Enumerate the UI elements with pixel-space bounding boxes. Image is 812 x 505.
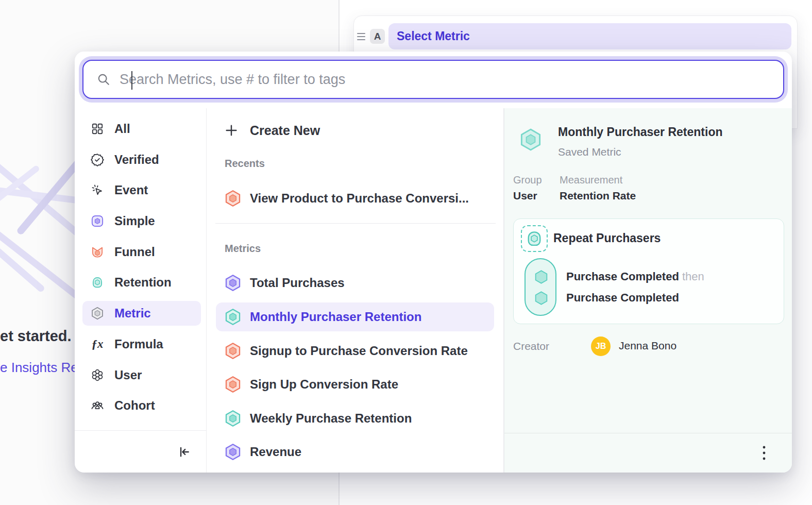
definition-step-1: Purchase Completed then (566, 270, 704, 283)
collapse-sidebar-icon[interactable] (177, 445, 191, 459)
metric-item-revenue[interactable]: Revenue (216, 437, 494, 466)
measurement-value: Retention Rate (560, 190, 636, 202)
metric-item-label: Revenue (250, 445, 301, 459)
sidebar-item-formula[interactable]: ƒx Formula (82, 332, 201, 357)
metric-item-signup-to-purchase-conversion-rate[interactable]: Signup to Purchase Conversion Rate (216, 336, 494, 365)
metric-item-label: Total Purchases (250, 276, 345, 290)
create-new-button[interactable]: Create New (224, 119, 320, 142)
sidebar-item-label: Funnel (114, 245, 155, 259)
text-cursor (131, 71, 132, 90)
retention-step-icon-box (521, 225, 548, 252)
cohort-people-icon (91, 399, 104, 412)
search-input[interactable] (120, 72, 770, 88)
sidebar-item-simple[interactable]: Simple (82, 209, 201, 233)
sidebar-item-label: Metric (114, 306, 151, 321)
retention-icon (91, 276, 104, 289)
sidebar-item-event[interactable]: Event (82, 178, 201, 203)
metric-picker-modal: All Verified Event Simple (75, 52, 792, 473)
recent-item-label: View Product to Purchase Conversi... (250, 191, 469, 206)
block-letter-badge[interactable]: A (370, 29, 385, 44)
section-divider (215, 223, 496, 224)
metric-hexagon-icon (224, 410, 242, 427)
funnel-metric-hexagon-icon (224, 190, 242, 207)
metric-hexagon-icon (224, 443, 242, 461)
sidebar-item-label: Verified (114, 153, 159, 167)
metrics-header: Metrics (225, 243, 261, 255)
detail-footer (504, 433, 792, 473)
sidebar-item-metric[interactable]: Metric (82, 301, 201, 326)
event-hexagon-icon (533, 290, 549, 306)
simple-metric-icon (91, 214, 104, 228)
metric-hexagon-icon (224, 308, 242, 326)
metric-item-total-purchases[interactable]: Total Purchases (216, 268, 494, 297)
metric-item-weekly-purchase-retention[interactable]: Weekly Purchase Retention (216, 404, 494, 433)
recent-item[interactable]: View Product to Purchase Conversi... (216, 184, 494, 213)
metric-item-label: Weekly Purchase Retention (250, 411, 412, 426)
metric-item-label: Monthly Purchaser Retention (250, 310, 421, 324)
sidebar-item-label: Simple (114, 214, 155, 228)
sidebar-item-label: Formula (114, 337, 163, 351)
step-connector: then (682, 270, 704, 283)
more-options-icon[interactable] (758, 444, 770, 462)
create-new-label: Create New (250, 123, 320, 138)
event-hexagon-icon (533, 269, 549, 285)
sidebar-item-funnel[interactable]: Funnel (82, 240, 201, 264)
metric-item-label: Sign Up Conversion Rate (250, 377, 398, 392)
metric-item-label: Signup to Purchase Conversion Rate (250, 344, 468, 358)
metric-item-monthly-purchaser-retention[interactable]: Monthly Purchaser Retention (216, 302, 494, 331)
metric-list-column: Create New Recents View Product to Purch… (207, 108, 504, 473)
sidebar-item-user[interactable]: User (82, 363, 201, 388)
drag-handle-icon[interactable] (357, 32, 366, 41)
metric-hexagon-icon (519, 128, 543, 152)
plus-icon (224, 123, 239, 138)
creator-label: Creator (513, 340, 549, 352)
sidebar-item-retention[interactable]: Retention (82, 270, 201, 295)
metric-definition-card: Repeat Purchasers Purchase Completed the… (513, 218, 784, 324)
sidebar-item-label: Cohort (114, 398, 155, 413)
user-cluster-icon (91, 368, 104, 382)
search-bar[interactable] (82, 60, 784, 99)
search-icon (97, 73, 110, 86)
sidebar-footer (75, 430, 206, 473)
sidebar-item-all[interactable]: All (82, 116, 201, 141)
recents-header: Recents (225, 158, 265, 170)
metric-hexagon-icon (91, 307, 104, 320)
sidebar-item-label: User (114, 368, 142, 382)
sidebar-item-verified[interactable]: Verified (82, 147, 201, 172)
detail-subtitle: Saved Metric (558, 146, 621, 158)
event-sequence-capsule (525, 258, 556, 316)
filter-sidebar: All Verified Event Simple (75, 108, 207, 473)
sidebar-item-label: All (114, 122, 130, 136)
background-headline-fragment: et started. (0, 328, 77, 345)
metric-hexagon-icon (224, 342, 242, 360)
formula-fx-icon: ƒx (91, 338, 104, 351)
sidebar-item-label: Event (114, 183, 148, 197)
definition-card-title: Repeat Purchasers (553, 231, 661, 245)
metric-item-sign-up-conversion-rate[interactable]: Sign Up Conversion Rate (216, 370, 494, 399)
select-metric-pill[interactable]: Select Metric (388, 23, 791, 49)
metric-hexagon-icon (224, 376, 242, 393)
group-label: Group (513, 174, 542, 186)
metric-hexagon-icon (224, 274, 242, 292)
measurement-label: Measurement (560, 174, 622, 186)
definition-step-2: Purchase Completed (566, 291, 679, 305)
creator-avatar: JB (591, 336, 611, 356)
step-event-name: Purchase Completed (566, 270, 679, 283)
metric-detail-panel: Monthly Purchaser Retention Saved Metric… (504, 108, 792, 473)
funnel-icon (91, 245, 104, 259)
creator-name: Jenna Bono (619, 340, 676, 352)
verified-badge-icon (91, 153, 104, 166)
sidebar-item-cohort[interactable]: Cohort (82, 393, 201, 418)
sidebar-item-label: Retention (114, 275, 172, 290)
group-value: User (513, 190, 537, 202)
detail-title: Monthly Purchaser Retention (558, 125, 722, 139)
event-cursor-icon (91, 183, 104, 197)
background-link-fragment[interactable]: e Insights Re (0, 360, 77, 376)
grid-icon (91, 122, 104, 136)
retention-icon (525, 229, 544, 248)
